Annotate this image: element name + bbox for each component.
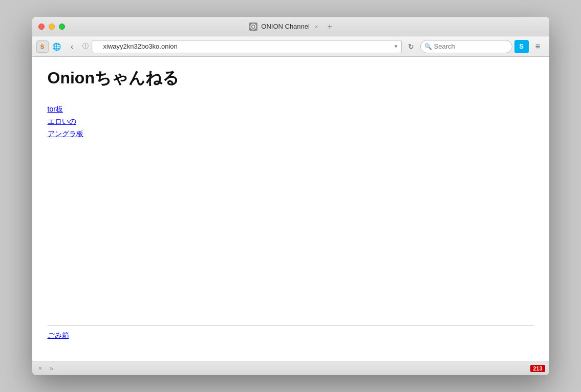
- globe-icon: 🌐: [52, 42, 61, 51]
- tab-bar: ONION Channel × +: [249, 22, 332, 31]
- new-tab-button[interactable]: +: [327, 22, 332, 31]
- back-icon: ‹: [71, 42, 73, 51]
- page-title: Onionちゃんねる: [48, 67, 534, 90]
- links-section: tor板 エロいの アングラ板: [48, 105, 534, 139]
- skype-button[interactable]: S: [514, 40, 529, 53]
- skype-icon: S: [519, 42, 524, 50]
- info-icon: ⓘ: [82, 42, 89, 51]
- info-button[interactable]: ⓘ: [81, 42, 90, 51]
- status-bar: × » 213: [32, 361, 549, 375]
- tor-board-link[interactable]: tor板: [48, 105, 534, 114]
- maximize-button[interactable]: [59, 24, 65, 30]
- footer-divider: [48, 325, 534, 326]
- address-bar-wrapper: ▼: [92, 40, 402, 53]
- svg-point-1: [252, 26, 254, 28]
- browser-window: ONION Channel × + S 🌐 ‹ ⓘ ▼ ↻ 🔍 S: [32, 17, 549, 375]
- menu-icon: ≡: [535, 42, 540, 51]
- globe-button[interactable]: 🌐: [51, 40, 63, 53]
- title-bar: ONION Channel × +: [32, 17, 549, 36]
- traffic-lights: [38, 24, 65, 30]
- search-bar-wrapper: 🔍: [420, 40, 512, 53]
- stop-button[interactable]: ×: [36, 364, 45, 373]
- refresh-icon: ↻: [408, 42, 414, 51]
- s-nav-button[interactable]: S: [36, 40, 49, 53]
- status-badge: 213: [530, 365, 545, 372]
- nav-bar: S 🌐 ‹ ⓘ ▼ ↻ 🔍 S ≡: [32, 36, 549, 57]
- menu-button[interactable]: ≡: [531, 40, 545, 53]
- search-input[interactable]: [420, 40, 512, 53]
- search-icon: 🔍: [424, 43, 432, 50]
- angura-link[interactable]: アングラ板: [48, 129, 534, 139]
- back-button[interactable]: ‹: [65, 40, 79, 53]
- address-input[interactable]: [92, 40, 402, 53]
- minimize-button[interactable]: [49, 24, 55, 30]
- tab-favicon: [249, 23, 257, 31]
- status-forward-button[interactable]: »: [47, 364, 57, 373]
- tab-close-button[interactable]: ×: [314, 23, 319, 31]
- eroi-link[interactable]: エロいの: [48, 117, 534, 126]
- tab-title: ONION Channel: [261, 23, 310, 30]
- content-area: Onionちゃんねる tor板 エロいの アングラ板 ごみ箱: [32, 57, 549, 361]
- refresh-button[interactable]: ↻: [404, 40, 418, 53]
- address-dropdown-icon[interactable]: ▼: [394, 43, 399, 49]
- close-button[interactable]: [38, 24, 45, 30]
- gomibako-link[interactable]: ごみ箱: [48, 331, 534, 340]
